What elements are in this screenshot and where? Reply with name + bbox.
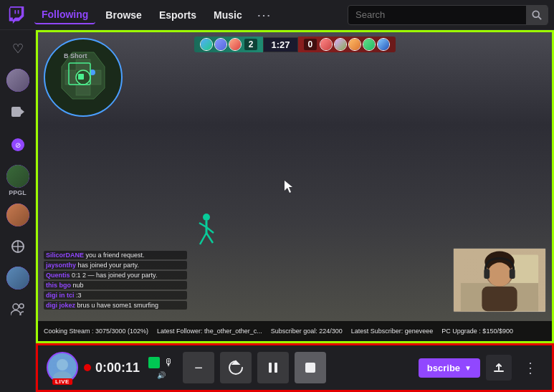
- chat-text-1: you a friend request.: [86, 252, 145, 259]
- timer-text: 0:00:11: [95, 360, 140, 376]
- video-background: 2 1:27 0: [38, 32, 552, 341]
- chat-text-2: has joined your party.: [78, 262, 139, 269]
- svg-point-35: [487, 262, 511, 286]
- nav-esports[interactable]: Esports: [152, 6, 204, 24]
- svg-point-40: [57, 359, 68, 371]
- svg-marker-5: [21, 109, 24, 115]
- subscribe-button[interactable]: bscribe ▼: [419, 358, 480, 378]
- status-cooking: Cooking Stream : 3075/3000 (102%): [44, 328, 148, 335]
- search-input[interactable]: [348, 9, 526, 20]
- controls-bar: LIVE 0:00:11 🎙 🔊 −: [36, 343, 554, 392]
- svg-point-2: [532, 11, 539, 17]
- svg-point-12: [19, 304, 24, 308]
- score-left: 2: [244, 39, 258, 50]
- sidebar-users-icon[interactable]: [5, 297, 31, 322]
- team-left-players: [200, 38, 242, 51]
- chat-text-4: nub: [73, 282, 84, 289]
- speaker-icon: 🔊: [157, 371, 166, 379]
- chat-text-3: 0:1 2 — has joined your party.: [72, 272, 157, 279]
- svg-rect-18: [76, 85, 90, 95]
- ctrl-indicators: 🎙: [148, 357, 174, 368]
- status-follower: Latest Follower: the_other_other_c...: [157, 328, 262, 335]
- minimap: B Short: [44, 38, 123, 117]
- sidebar-game-icon[interactable]: ⊘: [5, 132, 31, 158]
- svg-rect-0: [18, 10, 19, 14]
- sidebar-heart-icon[interactable]: ♡: [5, 36, 31, 62]
- minimap-inner: B Short: [51, 45, 115, 110]
- svg-rect-1: [14, 10, 16, 14]
- green-indicator: [148, 357, 160, 368]
- status-sub-goal: Subscriber goal: 224/300: [271, 328, 343, 335]
- player-cam-background: [454, 249, 545, 312]
- svg-line-28: [206, 233, 213, 243]
- player-cam: [453, 248, 546, 312]
- subscribe-label: bscribe: [427, 363, 460, 373]
- main-content: ♡ ⊘ PPGL: [0, 30, 554, 392]
- sidebar-circle-icon[interactable]: [5, 234, 31, 259]
- svg-point-11: [13, 304, 19, 310]
- ctrl-group-indicators: 🎙 🔊: [148, 357, 174, 379]
- search-bar: [348, 5, 548, 25]
- chat-line-2: jaysonthy has joined your party.: [44, 261, 187, 269]
- svg-rect-20: [78, 74, 84, 80]
- team-right-players: [320, 38, 390, 51]
- nav-music[interactable]: Music: [206, 6, 249, 24]
- sidebar-avatar-2[interactable]: [6, 204, 29, 226]
- chat-user-4: this bgo: [46, 282, 71, 289]
- mic-icon: 🎙: [164, 357, 174, 368]
- svg-rect-16: [65, 70, 76, 85]
- chat-user-5: digi in tci: [46, 292, 75, 299]
- sidebar-video-icon[interactable]: [5, 99, 31, 125]
- hud-timer: 1:27: [263, 37, 297, 52]
- search-button[interactable]: [526, 5, 548, 25]
- chat-line-4: this bgo nub: [44, 281, 187, 290]
- rec-dot: [84, 364, 91, 371]
- team-right: 0: [298, 37, 396, 52]
- svg-rect-15: [76, 59, 90, 70]
- chat-line-5: digi in tci :3: [44, 291, 187, 300]
- chat-overlay: SilicorDANE you a friend request. jayson…: [44, 251, 187, 311]
- chat-line-1: SilicorDANE you a friend request.: [44, 251, 187, 259]
- right-controls: bscribe ▼ ⋮: [419, 355, 543, 381]
- chat-user-3: Quentis: [46, 272, 70, 279]
- nav-more-dots[interactable]: ⋯: [252, 6, 275, 24]
- svg-rect-43: [269, 363, 272, 373]
- nav-following[interactable]: Following: [34, 6, 95, 24]
- b-short-label: B Short: [64, 52, 87, 59]
- live-badge: LIVE: [52, 378, 72, 385]
- upload-button[interactable]: [486, 355, 512, 381]
- top-nav: Following Browse Esports Music ⋯: [0, 0, 554, 30]
- sidebar-avatar-1[interactable]: [6, 69, 29, 92]
- svg-rect-38: [482, 287, 517, 311]
- nav-browse[interactable]: Browse: [98, 6, 149, 24]
- minus-button[interactable]: −: [183, 352, 214, 383]
- pause-button[interactable]: [257, 352, 289, 383]
- timer-display: 0:00:11: [84, 360, 140, 376]
- status-pc-upgrade: PC Upgrade : $150/$900: [441, 328, 513, 335]
- refresh-button[interactable]: [220, 352, 252, 383]
- ppgl-item[interactable]: PPGL: [6, 165, 29, 196]
- sidebar-ppgl-avatar: [6, 165, 29, 188]
- twitch-logo[interactable]: [6, 4, 27, 26]
- sidebar-avatar-3[interactable]: [6, 267, 29, 290]
- ppgl-label: PPGL: [9, 189, 27, 196]
- runner-figure: [196, 213, 217, 255]
- subscribe-chevron: ▼: [464, 364, 472, 372]
- sidebar: ♡ ⊘ PPGL: [0, 30, 36, 392]
- chat-user-6: digi jokez: [46, 302, 75, 309]
- stop-button[interactable]: [295, 352, 326, 383]
- video-section: 2 1:27 0: [36, 30, 554, 392]
- more-button[interactable]: ⋮: [517, 355, 543, 381]
- chat-text-5: :3: [76, 292, 82, 299]
- svg-marker-29: [285, 181, 292, 193]
- chat-line-6: digi jokez brus u have some1 smurfing: [44, 301, 187, 310]
- video-wrapper[interactable]: 2 1:27 0: [36, 30, 554, 343]
- svg-rect-37: [510, 269, 515, 279]
- team-left: 2: [194, 37, 264, 52]
- status-latest-sub: Latest Subscriber: geneveee: [351, 328, 434, 335]
- svg-line-27: [200, 233, 206, 244]
- live-avatar-wrap: LIVE: [47, 352, 78, 383]
- chat-text-6: brus u have some1 smurfing: [77, 302, 159, 309]
- svg-rect-44: [274, 363, 277, 373]
- svg-point-23: [203, 214, 210, 221]
